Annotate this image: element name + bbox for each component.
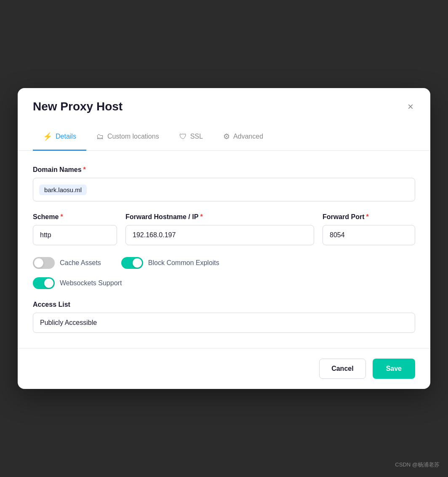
save-button[interactable]: Save: [373, 359, 415, 379]
block-exploits-toggle-group: Block Common Exploits: [121, 257, 219, 269]
connection-fields-row: Scheme * Forward Hostname / IP * Forward…: [33, 213, 415, 245]
modal-body: Domain Names * bark.laosu.ml Scheme *: [18, 151, 430, 348]
tab-custom-locations[interactable]: 🗂 Custom locations: [86, 123, 169, 151]
forward-hostname-required: *: [200, 213, 203, 221]
tab-ssl[interactable]: 🛡 SSL: [169, 123, 213, 151]
tab-advanced-label: Advanced: [233, 133, 263, 140]
access-list-label: Access List: [33, 301, 415, 308]
access-list-input[interactable]: [33, 313, 415, 333]
cache-assets-toggle-group: Cache Assets: [33, 257, 101, 269]
websockets-thumb: [44, 279, 53, 288]
domain-names-required: *: [83, 166, 86, 174]
websockets-toggle-group: Websockets Support: [33, 277, 122, 289]
scheme-label: Scheme: [33, 213, 59, 221]
websockets-label: Websockets Support: [60, 279, 122, 287]
cache-assets-thumb: [34, 258, 43, 268]
forward-hostname-label: Forward Hostname / IP: [125, 213, 198, 221]
forward-hostname-input[interactable]: [125, 225, 314, 245]
tab-details-label: Details: [56, 133, 76, 140]
custom-locations-icon: 🗂: [96, 132, 104, 141]
cancel-button[interactable]: Cancel: [319, 359, 365, 379]
tab-bar: ⚡ Details 🗂 Custom locations 🛡 SSL ⚙ Adv…: [18, 123, 430, 151]
details-icon: ⚡: [43, 132, 52, 141]
ssl-icon: 🛡: [179, 132, 187, 141]
forward-port-input[interactable]: [323, 225, 415, 245]
modal-overlay: New Proxy Host × ⚡ Details 🗂 Custom loca…: [0, 0, 448, 477]
modal-header: New Proxy Host ×: [18, 88, 430, 123]
domain-names-input[interactable]: bark.laosu.ml: [33, 178, 415, 201]
scheme-input[interactable]: [33, 225, 117, 245]
cache-assets-track: [33, 257, 55, 269]
scheme-field: Scheme *: [33, 213, 117, 245]
websockets-toggle[interactable]: [33, 277, 55, 289]
block-exploits-thumb: [133, 258, 142, 268]
tab-details[interactable]: ⚡ Details: [33, 123, 86, 151]
domain-tag: bark.laosu.ml: [39, 185, 87, 195]
toggles-row-2: Websockets Support: [33, 277, 415, 289]
websockets-track: [33, 277, 55, 289]
modal-title: New Proxy Host: [33, 100, 123, 113]
block-exploits-toggle[interactable]: [121, 257, 143, 269]
block-exploits-track: [121, 257, 143, 269]
tab-advanced[interactable]: ⚙ Advanced: [213, 123, 273, 151]
access-list-field: Access List: [33, 301, 415, 333]
cache-assets-label: Cache Assets: [60, 259, 101, 267]
forward-port-field: Forward Port *: [323, 213, 415, 245]
forward-port-required: *: [366, 213, 369, 221]
modal-footer: Cancel Save: [18, 348, 430, 389]
watermark: CSDN @杨浦老苏: [395, 461, 440, 469]
modal-dialog: New Proxy Host × ⚡ Details 🗂 Custom loca…: [18, 88, 430, 389]
domain-names-label: Domain Names *: [33, 166, 415, 174]
forward-port-label: Forward Port: [323, 213, 365, 221]
forward-hostname-field: Forward Hostname / IP *: [125, 213, 314, 245]
scheme-required: *: [60, 213, 63, 221]
close-button[interactable]: ×: [406, 100, 415, 113]
cache-assets-toggle[interactable]: [33, 257, 55, 269]
toggles-row-1: Cache Assets Block Common Exploits: [33, 257, 415, 269]
tab-ssl-label: SSL: [190, 133, 203, 140]
advanced-icon: ⚙: [223, 132, 230, 141]
domain-names-field: Domain Names * bark.laosu.ml: [33, 166, 415, 201]
block-exploits-label: Block Common Exploits: [148, 259, 219, 267]
tab-custom-locations-label: Custom locations: [107, 133, 159, 140]
